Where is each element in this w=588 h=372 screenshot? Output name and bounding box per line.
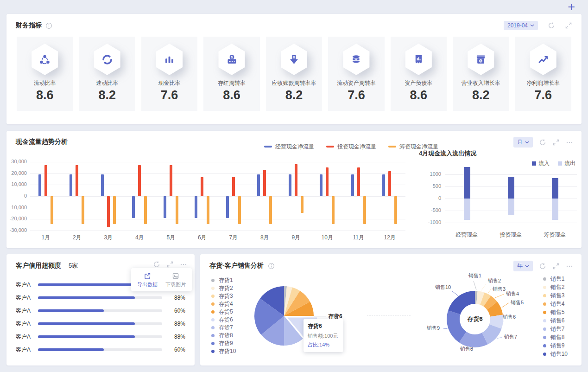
- legend-label: 销售3: [550, 292, 565, 300]
- sales-legend-item[interactable]: 销售3: [543, 291, 568, 300]
- bar-筹资现金净流量[interactable]: [144, 196, 147, 224]
- bar-track: [38, 335, 162, 338]
- customer-label: 客户A: [16, 346, 35, 354]
- bar-outflow[interactable]: [552, 199, 558, 220]
- bar-经营现金净流量[interactable]: [70, 174, 72, 196]
- refresh-icon[interactable]: [153, 261, 160, 268]
- expand-icon[interactable]: [565, 22, 572, 29]
- metric-value: 8.2: [453, 88, 509, 103]
- bar-fill[interactable]: [38, 283, 135, 286]
- bar-投资现金净流量[interactable]: [326, 167, 329, 196]
- bar-经营现金净流量[interactable]: [101, 174, 104, 196]
- more-options-icon[interactable]: [566, 139, 573, 146]
- legend-item[interactable]: 投资现金净流量: [326, 143, 376, 150]
- export-data-button[interactable]: 导出数据: [137, 272, 158, 288]
- bar-fill[interactable]: [38, 322, 135, 325]
- bar-投资现金净流量[interactable]: [107, 196, 110, 227]
- sales-legend-item[interactable]: 销售10: [543, 350, 568, 358]
- sales-legend-item[interactable]: 销售7: [543, 325, 568, 333]
- bar-筹资现金净流量[interactable]: [269, 196, 272, 224]
- sales-legend-item[interactable]: 销售2: [543, 283, 568, 291]
- bar-投资现金净流量[interactable]: [263, 170, 266, 196]
- bar-经营现金净流量[interactable]: [320, 174, 322, 196]
- bar-inflow[interactable]: [552, 178, 558, 199]
- chevron-down-icon: [530, 24, 534, 27]
- bar-投资现金净流量[interactable]: [76, 165, 78, 196]
- inventory-legend-item[interactable]: 存货2: [211, 284, 236, 292]
- inventory-legend-item[interactable]: 存货4: [211, 300, 236, 308]
- bar-inflow[interactable]: [464, 167, 470, 199]
- period-filter-dropdown[interactable]: 月: [513, 137, 533, 148]
- bar-inflow[interactable]: [508, 177, 514, 199]
- refresh-icon[interactable]: [539, 263, 546, 270]
- download-image-button[interactable]: 下载图片: [165, 272, 186, 288]
- bar-投资现金净流量[interactable]: [357, 167, 360, 196]
- bar-经营现金净流量[interactable]: [289, 174, 291, 196]
- bar-投资现金净流量[interactable]: [232, 177, 235, 196]
- bar-筹资现金净流量[interactable]: [207, 196, 209, 224]
- info-icon[interactable]: [45, 22, 52, 29]
- bar-筹资现金净流量[interactable]: [113, 196, 116, 224]
- bar-筹资现金净流量[interactable]: [176, 196, 178, 224]
- bar-经营现金净流量[interactable]: [132, 196, 135, 218]
- bar-经营现金净流量[interactable]: [351, 174, 354, 196]
- sales-legend-item[interactable]: 销售4: [543, 300, 568, 308]
- bar-outflow[interactable]: [464, 199, 470, 220]
- inventory-legend-item[interactable]: 存货3: [211, 292, 236, 300]
- bar-经营现金净流量[interactable]: [382, 174, 385, 196]
- bar-筹资现金净流量[interactable]: [82, 196, 84, 224]
- credit-row: 客户A60%: [6, 343, 195, 356]
- bar-筹资现金净流量[interactable]: [332, 196, 335, 224]
- expand-icon[interactable]: [166, 261, 174, 268]
- inventory-legend-item[interactable]: 存货8: [211, 332, 236, 340]
- legend-item[interactable]: 流入: [532, 160, 550, 167]
- bar-经营现金净流量[interactable]: [226, 196, 229, 218]
- sales-legend-item[interactable]: 销售8: [543, 333, 568, 341]
- inventory-legend-item[interactable]: 存货6: [211, 316, 236, 324]
- add-widget-button[interactable]: +: [568, 0, 575, 14]
- refresh-icon[interactable]: [539, 139, 546, 146]
- inventory-legend-item[interactable]: 存货7: [211, 324, 236, 332]
- legend-item[interactable]: 经营现金净流量: [264, 143, 314, 150]
- inventory-legend-item[interactable]: 存货10: [211, 347, 236, 355]
- bar-fill[interactable]: [38, 296, 135, 299]
- legend-item[interactable]: 流出: [558, 160, 575, 167]
- inventory-legend-item[interactable]: 存货9: [211, 340, 236, 347]
- bar-筹资现金净流量[interactable]: [394, 196, 397, 224]
- bar-经营现金净流量[interactable]: [164, 196, 166, 218]
- sales-legend-item[interactable]: 销售6: [543, 316, 568, 325]
- bar-经营现金净流量[interactable]: [38, 174, 41, 196]
- inventory-legend-item[interactable]: 存货5: [211, 308, 236, 316]
- bar-fill[interactable]: [38, 348, 104, 351]
- expand-icon[interactable]: [552, 263, 560, 270]
- bar-筹资现金净流量[interactable]: [363, 196, 366, 224]
- inventory-legend-item[interactable]: 存货1: [211, 276, 236, 284]
- expand-icon[interactable]: [552, 139, 560, 146]
- dashboard-page: + 财务指标 2019-04 流动比率8.6速动比率8.2现金比率7.6$存红周…: [0, 0, 588, 372]
- legend-item[interactable]: 筹资现金净流量: [388, 143, 438, 150]
- legend-dot: [211, 334, 215, 337]
- bar-投资现金净流量[interactable]: [138, 165, 141, 196]
- bar-outflow[interactable]: [508, 199, 514, 215]
- bar-fill[interactable]: [38, 309, 104, 312]
- bar-fill[interactable]: [38, 335, 135, 338]
- bar-投资现金净流量[interactable]: [170, 165, 172, 196]
- bar-投资现金净流量[interactable]: [295, 164, 297, 196]
- bar-投资现金净流量[interactable]: [44, 165, 47, 196]
- bar-经营现金净流量[interactable]: [257, 174, 260, 196]
- sales-legend-item[interactable]: 销售9: [543, 341, 568, 350]
- bar-筹资现金净流量[interactable]: [301, 196, 303, 213]
- sales-legend-item[interactable]: 销售1: [543, 275, 568, 283]
- refresh-icon[interactable]: [548, 22, 555, 29]
- info-icon[interactable]: [268, 263, 275, 269]
- bar-筹资现金净流量[interactable]: [238, 196, 241, 224]
- more-options-icon[interactable]: [566, 263, 573, 270]
- legend-dot: [211, 342, 215, 345]
- more-options-icon[interactable]: [180, 261, 187, 268]
- bar-投资现金净流量[interactable]: [201, 177, 203, 196]
- bar-投资现金净流量[interactable]: [388, 171, 391, 196]
- bar-经营现金净流量[interactable]: [195, 196, 197, 218]
- bar-筹资现金净流量[interactable]: [51, 196, 53, 224]
- sales-legend-item[interactable]: 销售5: [543, 308, 568, 316]
- date-filter-dropdown[interactable]: 2019-04: [504, 21, 538, 30]
